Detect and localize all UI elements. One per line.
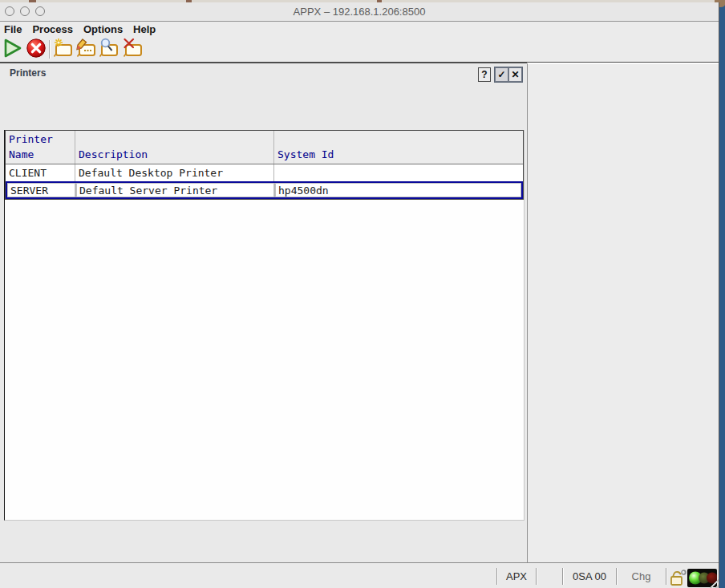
table-row-server-selected[interactable]: SERVER Default Server Printer hp4500dn (6, 181, 523, 199)
header-line: Printer (9, 133, 71, 145)
cell-system-id[interactable] (274, 164, 523, 181)
add-record-button[interactable] (52, 39, 74, 60)
accept-button[interactable]: ✓ (495, 67, 508, 82)
column-header-description: Description (75, 131, 274, 164)
header-line: Name (9, 148, 71, 160)
play-icon (2, 38, 23, 62)
cancel-x-icon (26, 38, 47, 62)
toolbar (0, 37, 719, 63)
grid-scroll-area[interactable]: Printer Name Description System Id CLIEN… (4, 130, 525, 521)
status-mode: Chg (617, 570, 666, 582)
status-app: APX (497, 570, 536, 582)
status-separator (666, 568, 667, 585)
delete-record-button[interactable] (122, 39, 144, 60)
table-row-client[interactable]: CLIENT Default Desktop Printer (6, 164, 523, 181)
cell-printer-name[interactable]: CLIENT (6, 164, 75, 181)
note-delete-icon (122, 38, 144, 62)
appx-window: APPX – 192.168.1.206:8500 File Process O… (0, 2, 719, 588)
status-session: 0SA 00 (563, 570, 616, 582)
window-title: APPX – 192.168.1.206:8500 (0, 6, 719, 18)
desktop-background-strip (719, 0, 725, 588)
header-line: System Id (277, 148, 520, 160)
unlocked-padlock-icon (669, 569, 688, 588)
column-header-printer-name: Printer Name (6, 131, 75, 164)
title-bar[interactable]: APPX – 192.168.1.206:8500 (0, 2, 719, 22)
edit-record-button[interactable] (75, 39, 97, 60)
accept-cancel-group: ✓ ✕ (494, 67, 523, 83)
cancel-button[interactable] (25, 39, 47, 60)
close-panel-button[interactable]: ✕ (508, 67, 522, 82)
cell-description[interactable]: Default Server Printer (76, 183, 275, 197)
right-side-panel (527, 63, 719, 568)
note-pencil-icon (75, 38, 97, 62)
menu-help[interactable]: Help (133, 23, 156, 35)
cell-system-id[interactable]: hp4500dn (275, 183, 521, 197)
cell-printer-name[interactable]: SERVER (7, 183, 76, 197)
view-record-button[interactable] (98, 39, 119, 60)
menu-bar: File Process Options Help (0, 22, 719, 37)
run-button[interactable] (2, 39, 23, 60)
toolbar-separator (49, 40, 51, 59)
screen: APPX – 192.168.1.206:8500 File Process O… (0, 0, 725, 588)
table-header-row: Printer Name Description System Id (6, 131, 523, 164)
note-sparkle-icon (52, 38, 74, 62)
column-header-system-id: System Id (274, 131, 523, 164)
help-button[interactable]: ? (478, 67, 491, 82)
status-bar: APX 0SA 00 Chg (0, 562, 719, 588)
header-line: Description (79, 148, 270, 160)
menu-process[interactable]: Process (32, 23, 73, 35)
status-separator (536, 568, 537, 585)
menu-options[interactable]: Options (83, 23, 123, 35)
cell-description[interactable]: Default Desktop Printer (75, 164, 274, 181)
page-title: Printers (10, 67, 46, 79)
note-magnifier-icon (98, 38, 119, 62)
menu-file[interactable]: File (4, 23, 22, 35)
printers-table: Printer Name Description System Id CLIEN… (5, 130, 524, 200)
